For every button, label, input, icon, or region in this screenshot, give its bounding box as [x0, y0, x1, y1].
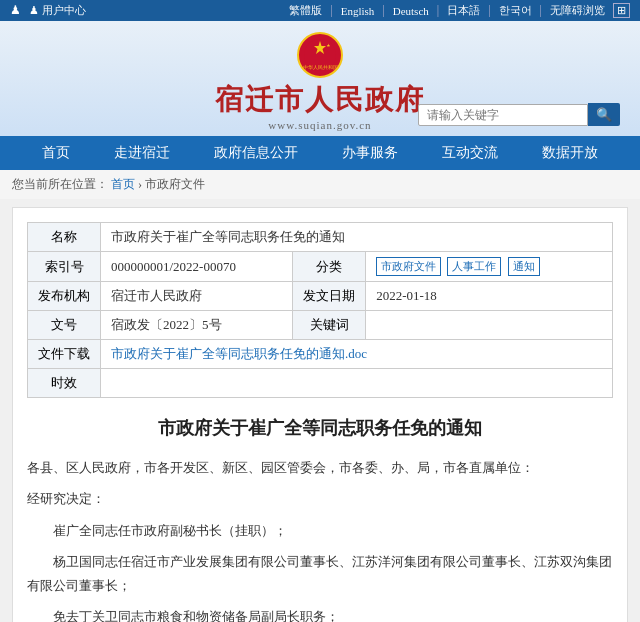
- label-download: 文件下载: [28, 340, 101, 369]
- lang-deutsch[interactable]: Deutsch: [393, 5, 429, 17]
- value-category: 市政府文件 人事工作 通知: [366, 252, 613, 282]
- nav-about[interactable]: 走进宿迁: [92, 136, 192, 170]
- header: 中华人民共和国 宿迁市人民政府 www.suqian.gov.cn 🔍: [0, 21, 640, 136]
- article-decision: 经研究决定：: [27, 487, 613, 510]
- breadcrumb-sep: ›: [138, 177, 145, 191]
- article-body: 各县、区人民政府，市各开发区、新区、园区管委会，市各委、办、局，市各直属单位： …: [27, 456, 613, 622]
- lang-english[interactable]: English: [341, 5, 375, 17]
- sep5: |: [540, 3, 542, 18]
- search-button[interactable]: 🔍: [588, 103, 620, 126]
- sep3: |: [437, 3, 439, 18]
- article-para-2: 杨卫国同志任宿迁市产业发展集团有限公司董事长、江苏洋河集团有限公司董事长、江苏双…: [27, 550, 613, 597]
- breadcrumb-current: 市政府文件: [145, 177, 205, 191]
- label-category: 分类: [293, 252, 366, 282]
- sep4: |: [488, 3, 490, 18]
- value-name: 市政府关于崔广全等同志职务任免的通知: [101, 223, 613, 252]
- table-row: 时效: [28, 369, 613, 398]
- site-url: www.suqian.gov.cn: [268, 119, 371, 131]
- nav-home[interactable]: 首页: [20, 136, 92, 170]
- info-table: 名称 市政府关于崔广全等同志职务任免的通知 索引号 000000001/2022…: [27, 222, 613, 398]
- tag-notice: 通知: [508, 257, 540, 276]
- top-bar-left: ♟ ♟ 用户中心: [10, 3, 86, 18]
- main-content: 名称 市政府关于崔广全等同志职务任免的通知 索引号 000000001/2022…: [12, 207, 628, 622]
- header-logo: 中华人民共和国 宿迁市人民政府 www.suqian.gov.cn: [215, 31, 425, 131]
- site-title: 宿迁市人民政府: [215, 81, 425, 119]
- header-inner: 中华人民共和国 宿迁市人民政府 www.suqian.gov.cn 🔍: [0, 21, 640, 136]
- table-row: 名称 市政府关于崔广全等同志职务任免的通知: [28, 223, 613, 252]
- label-org: 发布机构: [28, 282, 101, 311]
- nav-services[interactable]: 办事服务: [320, 136, 420, 170]
- nav-bar: 首页 走进宿迁 政府信息公开 办事服务 互动交流 数据开放: [0, 136, 640, 170]
- lang-japanese[interactable]: 日本語: [447, 3, 480, 18]
- value-download: 市政府关于崔广全等同志职务任免的通知.doc: [101, 340, 613, 369]
- tag-personnel: 人事工作: [447, 257, 501, 276]
- search-input[interactable]: [418, 104, 588, 126]
- article-para-3: 免去丁关卫同志市粮食和物资储备局副局长职务；: [27, 605, 613, 622]
- table-row: 文号 宿政发〔2022〕5号 关键词: [28, 311, 613, 340]
- label-docnum: 文号: [28, 311, 101, 340]
- label-date: 发文日期: [293, 282, 366, 311]
- article-para-1: 崔广全同志任市政府副秘书长（挂职）；: [27, 519, 613, 542]
- value-validity: [101, 369, 613, 398]
- value-org: 宿迁市人民政府: [101, 282, 293, 311]
- lang-korean[interactable]: 한국어: [499, 3, 532, 18]
- nav-data[interactable]: 数据开放: [520, 136, 620, 170]
- value-index: 000000001/2022-00070: [101, 252, 293, 282]
- breadcrumb-home[interactable]: 首页: [111, 177, 135, 191]
- user-center-link[interactable]: ♟ 用户中心: [29, 3, 86, 18]
- search-box: 🔍: [418, 103, 620, 126]
- value-docnum: 宿政发〔2022〕5号: [101, 311, 293, 340]
- breadcrumb-prefix: 您当前所在位置：: [12, 177, 108, 191]
- top-bar: ♟ ♟ 用户中心 繁體版 | English | Deutsch | 日本語 |…: [0, 0, 640, 21]
- article-intro: 各县、区人民政府，市各开发区、新区、园区管委会，市各委、办、局，市各直属单位：: [27, 456, 613, 479]
- user-center-icon: ♟: [10, 3, 21, 18]
- lang-accessibility[interactable]: 无障碍浏览: [550, 3, 605, 18]
- top-bar-right: 繁體版 | English | Deutsch | 日本語 | 한국어 | 无障…: [289, 3, 630, 18]
- nav-interaction[interactable]: 互动交流: [420, 136, 520, 170]
- label-name: 名称: [28, 223, 101, 252]
- breadcrumb: 您当前所在位置： 首页 › 市政府文件: [0, 170, 640, 199]
- nav-info[interactable]: 政府信息公开: [192, 136, 320, 170]
- sep1: |: [330, 3, 332, 18]
- national-emblem-icon: 中华人民共和国: [296, 31, 344, 79]
- accessibility-icon-link[interactable]: ⊞: [613, 3, 630, 18]
- label-validity: 时效: [28, 369, 101, 398]
- sep2: |: [382, 3, 384, 18]
- label-index: 索引号: [28, 252, 101, 282]
- tag-gov-doc: 市政府文件: [376, 257, 441, 276]
- lang-traditional[interactable]: 繁體版: [289, 3, 322, 18]
- table-row: 索引号 000000001/2022-00070 分类 市政府文件 人事工作 通…: [28, 252, 613, 282]
- svg-text:中华人民共和国: 中华人民共和国: [303, 64, 338, 70]
- value-date: 2022-01-18: [366, 282, 613, 311]
- table-row: 文件下载 市政府关于崔广全等同志职务任免的通知.doc: [28, 340, 613, 369]
- value-keyword: [366, 311, 613, 340]
- download-link[interactable]: 市政府关于崔广全等同志职务任免的通知.doc: [111, 346, 367, 361]
- label-keyword: 关键词: [293, 311, 366, 340]
- article-title: 市政府关于崔广全等同志职务任免的通知: [27, 416, 613, 440]
- table-row: 发布机构 宿迁市人民政府 发文日期 2022-01-18: [28, 282, 613, 311]
